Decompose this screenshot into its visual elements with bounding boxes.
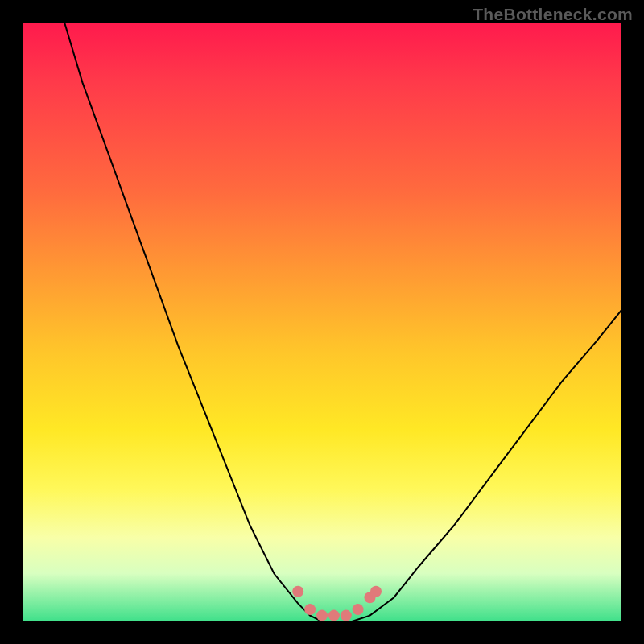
highlight-point — [370, 586, 382, 597]
watermark-text: TheBottleneck.com — [473, 5, 633, 24]
highlight-point — [328, 610, 340, 621]
highlight-point — [353, 604, 364, 615]
highlight-point — [292, 586, 303, 597]
highlight-point — [304, 604, 316, 615]
highlight-point — [316, 610, 328, 621]
bottleneck-curve — [64, 23, 621, 621]
chart-frame: TheBottleneck.com — [0, 0, 644, 644]
chart-svg — [23, 23, 621, 621]
chart-plot-area — [23, 23, 621, 621]
highlight-point — [341, 610, 352, 621]
